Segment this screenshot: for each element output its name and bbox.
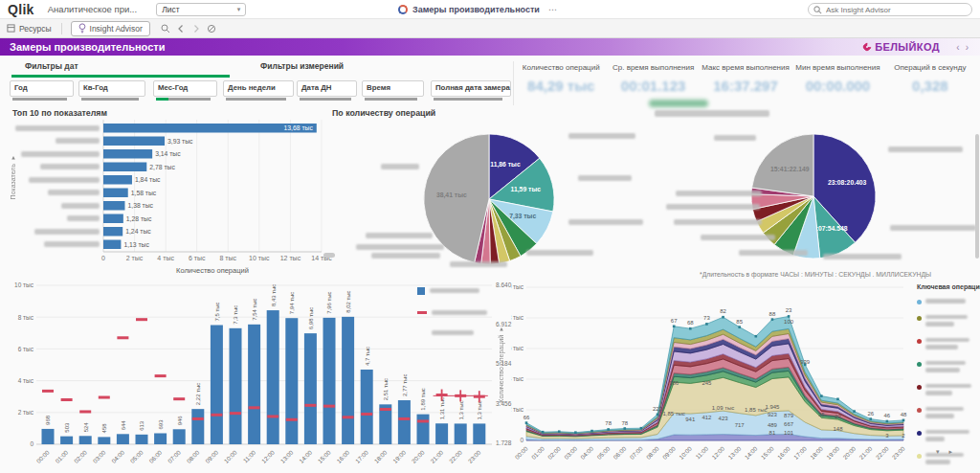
legend-item[interactable]	[917, 299, 980, 306]
legend-dot-icon	[917, 300, 922, 304]
kpi-value-blurred: 16:37.297	[700, 78, 791, 94]
top-bar: Qlik Аналитическое при... Лист ▾ Замеры …	[0, 0, 980, 19]
step-forward-button[interactable]	[189, 21, 204, 36]
svg-text:00:00: 00:00	[514, 444, 529, 460]
pie-operations-count[interactable]: По количеству операций 11,86 тыс11,59 ты…	[327, 108, 649, 280]
svg-text:11,86 тыс: 11,86 тыс	[490, 161, 521, 169]
svg-text:20:00: 20:00	[841, 444, 857, 460]
filter-weekday[interactable]: День недели	[223, 80, 294, 97]
tab-date-filters[interactable]: Фильтры дат	[25, 61, 78, 71]
step-back-icon	[176, 24, 186, 34]
duration-format-footnote: *Длительность в формате ЧАСЫ : МИНУТЫ : …	[651, 271, 980, 278]
svg-text:1,84 тыс: 1,84 тыс	[135, 176, 161, 183]
kpi-max-time: Макс время выполнения16:37.297	[700, 61, 791, 105]
svg-text:13,68 тыс: 13,68 тыс	[283, 124, 313, 131]
legend-item[interactable]	[917, 407, 980, 421]
insight-search[interactable]	[808, 3, 972, 16]
y-axis-label: Количество операций ▾	[498, 326, 505, 403]
filter-time[interactable]: Время	[362, 80, 424, 97]
clear-selections-button[interactable]	[204, 21, 219, 36]
blurred-legend-label	[925, 391, 952, 395]
sheet-nav[interactable]: ‹›	[956, 42, 974, 53]
insight-advisor-label: Insight Advisor	[90, 24, 143, 34]
blurred-category-label	[21, 151, 100, 157]
insight-advisor-button[interactable]: Insight Advisor	[71, 21, 150, 36]
scrollbar[interactable]	[975, 134, 979, 259]
filter-month-year[interactable]: Мес-Год	[153, 80, 217, 97]
svg-text:0: 0	[520, 437, 523, 443]
svg-text:1,3 тыс: 1,3 тыс	[477, 400, 482, 419]
svg-text:613: 613	[140, 420, 145, 431]
legend-next-icon[interactable]: ▸	[949, 448, 963, 455]
legend-down-icon[interactable]: ▾	[936, 448, 949, 455]
svg-text:19:00: 19:00	[391, 448, 407, 463]
legend-item[interactable]	[917, 384, 980, 398]
kpi-value-blurred: 0,328	[884, 78, 976, 94]
svg-text:82: 82	[720, 308, 726, 314]
top10-bar-chart[interactable]: Топ 10 по показателям Показатель ▾ 02 ты…	[8, 108, 333, 280]
search-input[interactable]	[826, 6, 960, 14]
hourly-combo-chart[interactable]: 02 тыс4 тыс6 тыс8 тыс10 тыс9685035244586…	[8, 280, 513, 473]
legend-pagination[interactable]: ▾▸	[936, 448, 962, 456]
step-back-button[interactable]	[173, 21, 189, 36]
toolbar: Ресурсы Insight Advisor	[0, 19, 980, 38]
pie-total-duration[interactable]: 23:08:20.40310:07:54.54815:41:22.149 *Дл…	[651, 108, 980, 280]
svg-text:1,85 тыс: 1,85 тыс	[745, 407, 767, 413]
divider	[513, 61, 514, 105]
filter-full-date[interactable]: Полная дата замера	[431, 80, 511, 97]
brand-text: БЕЛЫЙКОД	[875, 41, 940, 53]
resources-icon	[7, 24, 15, 33]
svg-text:458: 458	[101, 423, 107, 434]
filter-quarter-year[interactable]: Кв-Год	[78, 80, 145, 97]
svg-text:17:00: 17:00	[792, 444, 808, 460]
svg-text:939: 939	[800, 359, 811, 365]
resources-button[interactable]: Ресурсы	[0, 21, 58, 36]
blurred-legend-label	[925, 460, 950, 464]
svg-text:2,51 тыс: 2,51 тыс	[383, 378, 389, 400]
svg-text:8,02 тыс: 8,02 тыс	[345, 290, 351, 312]
prev-sheet-icon[interactable]: ‹	[956, 42, 965, 53]
next-sheet-icon[interactable]: ›	[966, 42, 974, 53]
search-selections-button[interactable]	[158, 21, 173, 36]
svg-text:6 тыс: 6 тыс	[511, 345, 524, 351]
svg-text:10:00: 10:00	[678, 444, 693, 460]
svg-text:524: 524	[83, 422, 89, 433]
svg-text:01:00: 01:00	[54, 448, 69, 463]
svg-text:16:00: 16:00	[335, 448, 350, 463]
svg-text:0: 0	[101, 255, 105, 261]
svg-text:923: 923	[768, 412, 778, 417]
filter-date-dn[interactable]: Дата ДН	[297, 80, 357, 97]
legend-item[interactable]	[917, 338, 980, 352]
blurred-label	[450, 261, 507, 267]
brand-logo: БЕЛЫЙКОД	[863, 41, 940, 53]
legend-item[interactable]	[917, 430, 980, 444]
legend-dot-icon	[917, 362, 922, 367]
svg-text:18:00: 18:00	[372, 448, 388, 463]
app-switcher[interactable]: Замеры производительности ⋯	[398, 0, 557, 19]
svg-text:09:00: 09:00	[204, 448, 219, 463]
blurred-label	[739, 250, 808, 256]
svg-text:0: 0	[30, 440, 33, 447]
svg-text:717: 717	[735, 422, 746, 428]
svg-text:667: 667	[784, 421, 794, 427]
legend-item[interactable]	[917, 361, 980, 375]
legend-item[interactable]	[917, 315, 980, 329]
tab-dimension-filters[interactable]: Фильтры измерений	[260, 61, 344, 71]
blurred-legend-label	[925, 299, 966, 304]
blurred-legend-label	[925, 338, 969, 343]
selection-chip-blurred[interactable]	[649, 100, 708, 107]
svg-text:4 тыс: 4 тыс	[157, 255, 174, 261]
brand-ring-icon	[862, 41, 873, 52]
sheet-selector[interactable]: Лист ▾	[156, 3, 246, 16]
svg-text:503: 503	[64, 422, 70, 433]
qlik-logo: Qlik	[8, 2, 34, 17]
hourly-stacked-area-chart[interactable]: 02 тыс4 тыс6 тыс8 тыс10 тыс6678782226768…	[511, 280, 917, 473]
more-icon[interactable]: ⋯	[548, 5, 557, 14]
svg-text:15:00: 15:00	[317, 448, 332, 463]
stacked-area-svg[interactable]: 02 тыс4 тыс6 тыс8 тыс10 тыс6678782226768…	[511, 280, 917, 473]
svg-text:1,58 тыс: 1,58 тыс	[131, 190, 157, 196]
svg-text:15:00: 15:00	[760, 444, 775, 460]
blurred-category-label	[15, 125, 100, 131]
kpi-min-time: Мин время выполнения00:00.000	[791, 61, 883, 105]
filter-year[interactable]: Год	[10, 80, 74, 97]
